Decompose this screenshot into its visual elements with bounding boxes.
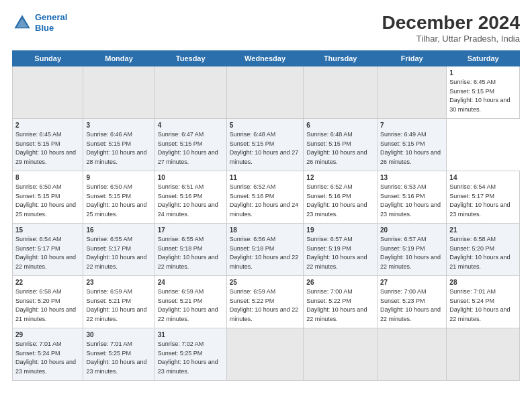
day-number: 2 [15,122,80,129]
table-row: 10Sunrise: 6:51 AMSunset: 5:16 PMDayligh… [154,171,226,224]
logo-icon [12,13,32,33]
week-row-2: 8Sunrise: 6:50 AMSunset: 5:15 PMDaylight… [13,171,520,224]
day-number: 17 [158,226,224,234]
table-row: 12Sunrise: 6:52 AMSunset: 5:16 PMDayligh… [304,171,378,224]
table-row [304,66,378,119]
table-row: 19Sunrise: 6:57 AMSunset: 5:19 PMDayligh… [304,224,378,276]
day-info: Sunrise: 6:59 AMSunset: 5:21 PMDaylight:… [86,288,146,322]
day-info: Sunrise: 6:53 AMSunset: 5:16 PMDaylight:… [380,183,441,218]
day-info: Sunrise: 6:50 AMSunset: 5:15 PMDaylight:… [86,183,146,218]
page: General Blue December 2024 Tilhar, Uttar… [0,0,532,411]
table-row: 15Sunrise: 6:54 AMSunset: 5:17 PMDayligh… [13,224,83,276]
week-row-5: 29Sunrise: 7:01 AMSunset: 5:24 PMDayligh… [13,328,520,381]
table-row: 29Sunrise: 7:01 AMSunset: 5:24 PMDayligh… [13,328,83,381]
table-row: 13Sunrise: 6:53 AMSunset: 5:16 PMDayligh… [377,171,446,224]
main-title: December 2024 [382,12,520,34]
day-info: Sunrise: 7:02 AMSunset: 5:25 PMDaylight:… [158,340,218,375]
day-info: Sunrise: 6:56 AMSunset: 5:18 PMDaylight:… [230,236,299,270]
table-row: 24Sunrise: 6:59 AMSunset: 5:21 PMDayligh… [154,276,226,328]
day-number: 15 [15,226,80,234]
table-row: 20Sunrise: 6:57 AMSunset: 5:19 PMDayligh… [377,224,446,276]
calendar-body: 1Sunrise: 6:45 AMSunset: 5:15 PMDaylight… [13,66,520,381]
table-row: 2Sunrise: 6:45 AMSunset: 5:15 PMDaylight… [13,119,83,171]
day-info: Sunrise: 6:57 AMSunset: 5:19 PMDaylight:… [380,236,441,270]
day-number: 10 [158,174,224,181]
table-row: 22Sunrise: 6:58 AMSunset: 5:20 PMDayligh… [13,276,83,328]
day-info: Sunrise: 6:51 AMSunset: 5:16 PMDaylight:… [158,183,218,218]
day-number: 24 [158,279,224,286]
table-row: 25Sunrise: 6:59 AMSunset: 5:22 PMDayligh… [226,276,304,328]
day-info: Sunrise: 6:46 AMSunset: 5:15 PMDaylight:… [86,131,146,165]
table-row: 1Sunrise: 6:45 AMSunset: 5:15 PMDaylight… [447,66,520,119]
day-number: 11 [230,174,301,181]
day-info: Sunrise: 6:49 AMSunset: 5:15 PMDaylight:… [380,131,441,165]
day-number: 5 [230,122,301,129]
subtitle: Tilhar, Uttar Pradesh, India [382,34,520,44]
day-info: Sunrise: 6:55 AMSunset: 5:17 PMDaylight:… [86,236,146,270]
table-row: 4Sunrise: 6:47 AMSunset: 5:15 PMDaylight… [154,119,226,171]
table-row: 18Sunrise: 6:56 AMSunset: 5:18 PMDayligh… [226,224,304,276]
col-saturday: Saturday [447,51,520,66]
day-info: Sunrise: 6:52 AMSunset: 5:16 PMDaylight:… [230,183,299,218]
day-info: Sunrise: 7:00 AMSunset: 5:23 PMDaylight:… [380,288,441,322]
day-number: 29 [15,331,80,338]
day-number: 22 [15,279,80,286]
week-row-1: 2Sunrise: 6:45 AMSunset: 5:15 PMDaylight… [13,119,520,171]
day-info: Sunrise: 6:57 AMSunset: 5:19 PMDaylight:… [306,236,367,270]
day-info: Sunrise: 6:58 AMSunset: 5:20 PMDaylight:… [449,236,510,270]
day-info: Sunrise: 6:55 AMSunset: 5:18 PMDaylight:… [158,236,218,270]
logo-line1: General [35,12,67,22]
table-row [447,328,520,381]
day-number: 26 [306,279,374,286]
table-row: 31Sunrise: 7:02 AMSunset: 5:25 PMDayligh… [154,328,226,381]
day-number: 31 [158,331,224,338]
table-row [377,328,446,381]
col-tuesday: Tuesday [154,51,226,66]
day-info: Sunrise: 7:01 AMSunset: 5:24 PMDaylight:… [449,288,510,322]
day-number: 25 [230,279,301,286]
title-block: December 2024 Tilhar, Uttar Pradesh, Ind… [382,12,520,44]
day-number: 19 [306,226,374,234]
table-row [226,66,304,119]
logo-line2: Blue [35,23,54,33]
day-info: Sunrise: 6:48 AMSunset: 5:15 PMDaylight:… [306,131,367,165]
day-info: Sunrise: 6:45 AMSunset: 5:15 PMDaylight:… [15,131,76,165]
logo-text: General Blue [35,12,67,33]
day-number: 13 [380,174,443,181]
day-number: 23 [86,279,151,286]
table-row [13,66,83,119]
col-wednesday: Wednesday [226,51,304,66]
day-number: 27 [380,279,443,286]
day-info: Sunrise: 6:50 AMSunset: 5:15 PMDaylight:… [15,183,76,218]
day-info: Sunrise: 6:48 AMSunset: 5:15 PMDaylight:… [230,131,299,165]
table-row: 11Sunrise: 6:52 AMSunset: 5:16 PMDayligh… [226,171,304,224]
table-row [304,328,378,381]
table-row: 14Sunrise: 6:54 AMSunset: 5:17 PMDayligh… [447,171,520,224]
day-info: Sunrise: 6:58 AMSunset: 5:20 PMDaylight:… [15,288,76,322]
table-row [226,328,304,381]
day-number: 14 [449,174,517,181]
day-number: 20 [380,226,443,234]
table-row: 17Sunrise: 6:55 AMSunset: 5:18 PMDayligh… [154,224,226,276]
day-info: Sunrise: 6:45 AMSunset: 5:15 PMDaylight:… [449,79,510,113]
table-row: 8Sunrise: 6:50 AMSunset: 5:15 PMDaylight… [13,171,83,224]
day-number: 28 [449,279,517,286]
table-row: 23Sunrise: 6:59 AMSunset: 5:21 PMDayligh… [83,276,154,328]
day-info: Sunrise: 6:59 AMSunset: 5:21 PMDaylight:… [158,288,218,322]
table-row: 3Sunrise: 6:46 AMSunset: 5:15 PMDaylight… [83,119,154,171]
day-info: Sunrise: 6:47 AMSunset: 5:15 PMDaylight:… [158,131,218,165]
table-row: 6Sunrise: 6:48 AMSunset: 5:15 PMDaylight… [304,119,378,171]
day-number: 1 [449,69,517,77]
table-row: 5Sunrise: 6:48 AMSunset: 5:15 PMDaylight… [226,119,304,171]
table-row: 30Sunrise: 7:01 AMSunset: 5:25 PMDayligh… [83,328,154,381]
day-number: 3 [86,122,151,129]
day-number: 6 [306,122,374,129]
calendar-table: Sunday Monday Tuesday Wednesday Thursday… [12,50,520,381]
day-number: 12 [306,174,374,181]
table-row [83,66,154,119]
day-number: 9 [86,174,151,181]
table-row: 26Sunrise: 7:00 AMSunset: 5:22 PMDayligh… [304,276,378,328]
week-row-3: 15Sunrise: 6:54 AMSunset: 5:17 PMDayligh… [13,224,520,276]
table-row: 27Sunrise: 7:00 AMSunset: 5:23 PMDayligh… [377,276,446,328]
day-info: Sunrise: 7:00 AMSunset: 5:22 PMDaylight:… [306,288,367,322]
